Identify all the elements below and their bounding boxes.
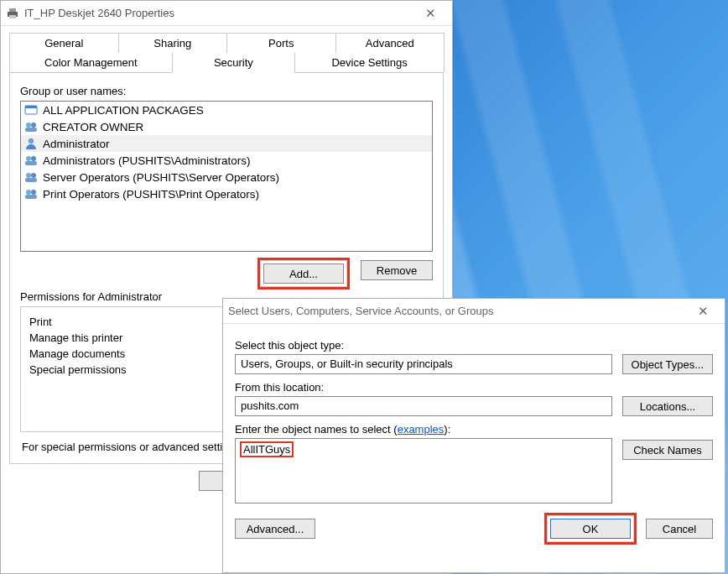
group-icon: [24, 187, 38, 201]
examples-link[interactable]: examples: [398, 423, 445, 436]
svg-rect-14: [25, 178, 37, 182]
window-title: IT_HP Deskjet 2640 Properties: [24, 7, 413, 19]
tab-sharing[interactable]: Sharing: [118, 33, 228, 53]
svg-rect-4: [25, 106, 37, 108]
tab-ports[interactable]: Ports: [226, 33, 336, 53]
svg-point-15: [26, 190, 31, 195]
add-button[interactable]: Add...: [263, 264, 344, 284]
check-names-button[interactable]: Check Names: [622, 440, 713, 460]
package-icon: [24, 103, 38, 117]
group-icon: [24, 120, 38, 133]
svg-point-6: [31, 123, 36, 128]
svg-point-13: [31, 173, 36, 178]
titlebar[interactable]: IT_HP Deskjet 2640 Properties ✕: [1, 1, 452, 26]
printer-icon: [6, 7, 19, 20]
list-item[interactable]: Server Operators (PUSHITS\Server Operato…: [21, 169, 432, 185]
object-types-button[interactable]: Object Types...: [622, 354, 713, 374]
object-type-field: Users, Groups, or Built-in security prin…: [235, 354, 612, 374]
group-icon: [24, 154, 38, 167]
svg-point-16: [31, 190, 36, 195]
object-type-label: Select this object type:: [235, 339, 713, 352]
tabstrip: General Sharing Ports Advanced Color Man…: [9, 33, 444, 73]
list-item[interactable]: CREATOR OWNER: [21, 118, 432, 135]
close-icon[interactable]: ✕: [413, 1, 447, 26]
close-icon[interactable]: ✕: [686, 299, 720, 324]
principals-listbox[interactable]: ALL APPLICATION PACKAGES CREATOR OWNER A…: [20, 101, 433, 252]
list-item-label: Server Operators (PUSHITS\Server Operato…: [43, 171, 279, 184]
svg-rect-11: [25, 161, 37, 165]
object-names-input[interactable]: AllITGuys: [235, 438, 612, 504]
list-item-label: ALL APPLICATION PACKAGES: [43, 104, 204, 117]
list-item[interactable]: Administrators (PUSHITS\Administrators): [21, 152, 432, 169]
user-icon: [24, 137, 38, 150]
group-user-names-label: Group or user names:: [20, 85, 433, 97]
svg-point-9: [26, 156, 31, 161]
remove-button[interactable]: Remove: [361, 260, 433, 280]
svg-rect-7: [25, 128, 37, 132]
list-item[interactable]: Print Operators (PUSHITS\Print Operators…: [21, 185, 432, 202]
from-location-field: pushits.com: [235, 396, 612, 416]
svg-rect-2: [9, 15, 16, 18]
svg-rect-1: [9, 8, 16, 12]
ok-button[interactable]: OK: [550, 519, 631, 539]
group-icon: [24, 170, 38, 184]
list-item-label: Print Operators (PUSHITS\Print Operators…: [43, 188, 259, 201]
svg-point-8: [29, 138, 34, 144]
list-item[interactable]: ALL APPLICATION PACKAGES: [21, 102, 432, 118]
tab-advanced[interactable]: Advanced: [335, 33, 445, 53]
cancel-button[interactable]: Cancel: [646, 519, 713, 539]
svg-point-10: [31, 156, 36, 161]
tab-security[interactable]: Security: [172, 53, 295, 73]
list-item-label: Administrators (PUSHITS\Administrators): [43, 154, 251, 167]
select-users-dialog: Select Users, Computers, Service Account…: [222, 298, 725, 573]
tab-color-management[interactable]: Color Management: [9, 53, 173, 72]
list-item[interactable]: Administrator: [21, 135, 432, 152]
tab-device-settings[interactable]: Device Settings: [294, 53, 445, 72]
list-item-label: CREATOR OWNER: [43, 121, 143, 133]
enter-names-label: Enter the object names to select (exampl…: [235, 423, 713, 436]
entered-name: AllITGuys: [241, 442, 293, 457]
locations-button[interactable]: Locations...: [622, 396, 713, 416]
svg-point-12: [26, 173, 31, 178]
svg-point-5: [26, 123, 31, 128]
dialog-title: Select Users, Computers, Service Account…: [228, 305, 686, 317]
tab-general[interactable]: General: [9, 33, 119, 53]
titlebar[interactable]: Select Users, Computers, Service Account…: [223, 299, 725, 324]
from-location-label: From this location:: [235, 381, 713, 394]
list-item-label: Administrator: [43, 138, 110, 150]
svg-rect-17: [25, 195, 37, 199]
advanced-button[interactable]: Advanced...: [235, 519, 315, 539]
